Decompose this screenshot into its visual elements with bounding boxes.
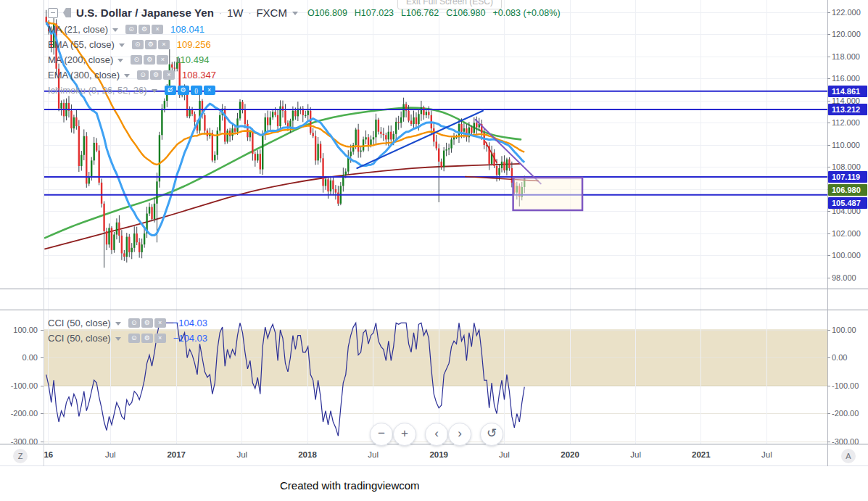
indicator-row[interactable]: EMA (55, close)⊙⚙×109.256: [48, 38, 211, 51]
cci-tick-label: 0.00: [4, 353, 38, 362]
close-icon[interactable]: ×: [204, 86, 215, 95]
indicator-row[interactable]: EMA (300, close)⊙⚙×108.347: [48, 69, 216, 81]
cci-tick-label: -200.00: [832, 409, 859, 418]
chevron-down-icon[interactable]: [115, 322, 121, 328]
separator-dot: ·: [219, 8, 222, 18]
time-tick-label: Jul: [85, 450, 136, 459]
indicator-label[interactable]: EMA (55, close): [48, 39, 115, 50]
time-tick-label: 16: [23, 450, 74, 459]
indicator-value: −104.03: [173, 333, 207, 344]
flag-icon[interactable]: [63, 8, 71, 17]
scroll-right-button[interactable]: ›: [448, 423, 471, 446]
chevron-down-icon[interactable]: [119, 44, 125, 50]
close-icon[interactable]: ×: [157, 55, 168, 65]
indicator-buttons: ⊙⚙×: [137, 70, 175, 80]
chevron-down-icon[interactable]: [152, 89, 157, 96]
settings-icon[interactable]: ⚙: [150, 70, 162, 80]
time-tick-label: Jul: [741, 450, 792, 459]
auto-scale-badge[interactable]: A: [841, 449, 856, 463]
time-tick-label: Jul: [217, 450, 268, 459]
exchange-label[interactable]: FXCM: [256, 7, 287, 19]
tradingview-chart-window: Exit Full Screen (ESC) U.S. Dollar / Jap…: [0, 0, 868, 501]
close-icon[interactable]: ×: [158, 40, 170, 49]
indicator-label[interactable]: Ichimoku (9, 26, 52, 26): [48, 85, 147, 96]
collapse-legend-icon[interactable]: [48, 8, 58, 18]
indicator-value: −104.03: [173, 318, 207, 328]
cci-tick-label: -100.00: [4, 381, 38, 390]
settings-icon[interactable]: ⚙: [145, 40, 157, 49]
interval-label[interactable]: 1W: [227, 7, 244, 19]
settings-icon[interactable]: ⚙: [178, 86, 189, 95]
price-tick-label: 102.000: [832, 229, 861, 238]
visibility-icon[interactable]: ⊙: [137, 70, 149, 80]
cci-tick-label: -300.00: [4, 437, 38, 446]
visibility-icon[interactable]: ⊙: [125, 25, 137, 34]
indicator-value: 108.347: [182, 70, 216, 80]
zoom-in-button[interactable]: +: [393, 423, 416, 446]
settings-icon[interactable]: ⚙: [144, 55, 155, 65]
chevron-down-icon[interactable]: [292, 12, 298, 18]
reset-chart-button[interactable]: ↺: [480, 423, 503, 446]
visibility-icon[interactable]: ⊙: [132, 40, 144, 49]
cci-tick-label: 0.00: [832, 353, 847, 362]
close-icon[interactable]: ×: [154, 318, 166, 328]
chevron-down-icon[interactable]: [117, 59, 123, 65]
chevron-down-icon[interactable]: [115, 337, 121, 344]
scroll-left-button[interactable]: ‹: [425, 423, 448, 446]
indicator-row[interactable]: MA (21, close)⊙⚙×108.041: [48, 23, 204, 36]
last-price-label: 106.980: [828, 184, 867, 196]
indicator-label[interactable]: CCI (50, close): [48, 333, 111, 344]
indicator-label[interactable]: EMA (300, close): [48, 70, 120, 80]
fullscreen-tooltip: Exit Full Screen (ESC): [397, 0, 502, 9]
indicator-buttons: ⊙⚙×: [125, 25, 163, 34]
indicator-value: 108.041: [170, 24, 204, 35]
indicator-label[interactable]: MA (21, close): [48, 24, 108, 35]
settings-icon[interactable]: ⚙: [139, 25, 150, 34]
cci-tick-label: 100.00: [4, 326, 38, 334]
indicator-buttons: Ø⚙{}×: [165, 86, 215, 95]
chevron-down-icon[interactable]: [124, 74, 130, 80]
indicator-buttons: ⊙⚙×: [128, 318, 166, 328]
visibility-icon[interactable]: ⊙: [131, 55, 142, 65]
time-tick-label: 2018: [282, 450, 333, 459]
indicator-row[interactable]: CCI (50, close)⊙⚙×−104.03: [48, 317, 207, 329]
cci-tick-label: -100.00: [832, 381, 859, 390]
chevron-down-icon[interactable]: [112, 28, 118, 35]
price-tick-label: 108.000: [832, 162, 861, 171]
indicator-label[interactable]: MA (200, close): [48, 54, 113, 65]
indicator-label[interactable]: CCI (50, close): [48, 318, 111, 328]
ohlc-item: +0.083 (+0.08%): [492, 8, 560, 18]
horizontal-level-lines[interactable]: [44, 91, 827, 195]
settings-icon[interactable]: ⚙: [141, 318, 153, 328]
time-tick-label: Jul: [611, 450, 661, 459]
price-tick-label: 120.000: [832, 30, 861, 38]
price-tick-label: 112.000: [832, 118, 860, 127]
price-tick-label: 116.000: [832, 74, 860, 83]
price-level-label: 107.119: [828, 171, 867, 183]
source-code-icon[interactable]: {}: [191, 86, 202, 95]
indicator-row[interactable]: Ichimoku (9, 26, 52, 26)Ø⚙{}×: [48, 84, 215, 96]
close-icon[interactable]: ×: [163, 70, 175, 80]
visibility-icon[interactable]: ⊙: [128, 334, 140, 343]
cci-tick-label: 100.00: [832, 326, 856, 334]
rectangle-drawing[interactable]: [513, 178, 582, 210]
symbol-title[interactable]: U.S. Dollar / Japanese Yen: [76, 7, 214, 19]
zoom-out-button[interactable]: −: [370, 423, 393, 446]
close-icon[interactable]: ×: [152, 25, 163, 34]
ohlc-item: H107.023: [355, 8, 394, 18]
time-tick-label: 2019: [413, 450, 464, 459]
time-tick-label: 2017: [151, 450, 202, 459]
price-tick-label: 122.000: [832, 8, 861, 17]
settings-icon[interactable]: ⚙: [141, 334, 153, 343]
time-tick-label: 2020: [545, 450, 595, 459]
hidden-eye-icon[interactable]: Ø: [165, 86, 176, 95]
watermark-text: Created with tradingviewcom: [280, 479, 420, 492]
indicator-buttons: ⊙⚙×: [131, 55, 168, 65]
price-tick-label: 110.000: [832, 141, 860, 149]
timezone-badge[interactable]: Z: [13, 449, 28, 463]
visibility-icon[interactable]: ⊙: [128, 318, 140, 328]
close-icon[interactable]: ×: [154, 334, 166, 343]
indicator-row[interactable]: MA (200, close)⊙⚙×110.494: [48, 54, 209, 66]
indicator-value: 109.256: [177, 39, 211, 50]
indicator-row[interactable]: CCI (50, close)⊙⚙×−104.03: [48, 332, 207, 344]
